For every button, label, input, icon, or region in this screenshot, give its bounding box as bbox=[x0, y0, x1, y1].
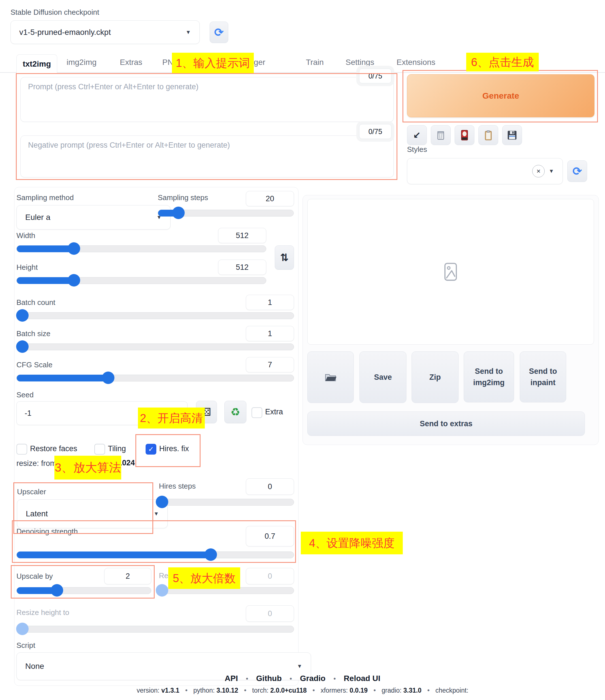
trash-icon bbox=[437, 130, 445, 140]
generate-button[interactable]: Generate bbox=[407, 74, 595, 117]
batch-count-slider[interactable] bbox=[17, 312, 294, 319]
height-slider[interactable] bbox=[17, 277, 266, 284]
send-to-img2img-button[interactable]: Send to img2img bbox=[464, 351, 514, 402]
resize-info-prefix: resize: from bbox=[17, 459, 56, 468]
zip-button[interactable]: Zip bbox=[412, 351, 458, 403]
recycle-icon: ♻ bbox=[231, 406, 240, 418]
chevron-down-icon: ▼ bbox=[154, 511, 159, 517]
style-card-button[interactable] bbox=[455, 125, 474, 145]
batch-count-label: Batch count bbox=[17, 298, 55, 307]
result-image-area bbox=[307, 199, 594, 345]
tab-label: txt2img bbox=[23, 59, 51, 69]
resize-width-input[interactable]: 0 bbox=[246, 568, 294, 584]
sampling-method-dropdown[interactable]: Euler a ▼ bbox=[17, 205, 170, 229]
sampling-steps-label: Sampling steps bbox=[158, 193, 208, 202]
reuse-seed-button[interactable]: ♻ bbox=[224, 401, 246, 423]
tabs-underline bbox=[0, 72, 605, 73]
clear-prompt-button[interactable] bbox=[431, 125, 451, 145]
negative-token-counter: 0/75 bbox=[359, 124, 391, 139]
footer-link-gradio[interactable]: Gradio bbox=[300, 674, 325, 683]
width-slider[interactable] bbox=[17, 245, 266, 252]
resize-height-input[interactable]: 0 bbox=[246, 605, 294, 622]
styles-dropdown[interactable]: × ▼ bbox=[407, 158, 563, 184]
folder-icon bbox=[324, 372, 337, 382]
footer-link-github[interactable]: Github bbox=[256, 674, 282, 683]
open-folder-button[interactable] bbox=[307, 351, 354, 403]
negative-prompt-input[interactable] bbox=[20, 135, 394, 177]
sampling-method-value: Euler a bbox=[25, 213, 50, 222]
checkpoint-dropdown[interactable]: v1-5-pruned-emaonly.ckpt ▼ bbox=[10, 20, 200, 44]
tab-extras[interactable]: Extras bbox=[120, 58, 142, 67]
seed-label: Seed bbox=[17, 391, 34, 399]
annotation-5: 5、放大倍数 bbox=[168, 567, 240, 589]
footer-links: API•Github•Gradio•Reload UI bbox=[0, 674, 605, 683]
tab-txt2img[interactable]: txt2img bbox=[17, 54, 57, 73]
tab-train[interactable]: Train bbox=[306, 58, 324, 67]
resize-height-slider[interactable] bbox=[17, 626, 294, 632]
hires-fix-checkbox[interactable]: ✓ bbox=[146, 444, 156, 455]
batch-count-input[interactable]: 1 bbox=[246, 295, 294, 310]
extra-seed-checkbox[interactable] bbox=[252, 407, 262, 418]
styles-refresh-button[interactable]: ⟳ bbox=[567, 160, 587, 182]
tab-img2img[interactable]: img2img bbox=[67, 58, 97, 67]
extra-seed-label: Extra bbox=[265, 407, 283, 416]
batch-size-slider[interactable] bbox=[17, 344, 294, 350]
width-input[interactable]: 512 bbox=[218, 228, 266, 243]
denoising-slider[interactable] bbox=[17, 551, 294, 558]
clear-styles-icon[interactable]: × bbox=[532, 165, 545, 177]
sampling-method-label: Sampling method bbox=[17, 193, 74, 202]
resize-height-label: Resize height to bbox=[17, 608, 69, 617]
chevron-down-icon: ▼ bbox=[186, 29, 191, 35]
tiling-checkbox[interactable] bbox=[94, 444, 105, 455]
restore-faces-checkbox[interactable] bbox=[17, 444, 27, 455]
image-placeholder-icon bbox=[444, 262, 457, 281]
denoising-input[interactable]: 0.7 bbox=[246, 526, 294, 546]
upscaler-dropdown[interactable]: Latent ▼ bbox=[17, 499, 168, 528]
batch-size-input[interactable]: 1 bbox=[246, 326, 294, 341]
upscale-by-slider[interactable] bbox=[17, 587, 151, 594]
save-button[interactable]: Save bbox=[360, 351, 406, 403]
apply-style-button[interactable] bbox=[478, 125, 498, 145]
hires-steps-input[interactable]: 0 bbox=[246, 478, 294, 495]
hires-steps-slider[interactable] bbox=[159, 499, 294, 506]
sampling-steps-input[interactable]: 20 bbox=[246, 191, 294, 206]
annotation-4: 4、设置降噪强度 bbox=[301, 532, 403, 554]
swap-dimensions-button[interactable]: ⇅ bbox=[275, 245, 294, 270]
width-label: Width bbox=[17, 231, 35, 240]
hires-fix-label: Hires. fix bbox=[159, 444, 189, 453]
chevron-down-icon: ▼ bbox=[549, 168, 554, 174]
refresh-icon: ⟳ bbox=[214, 26, 224, 39]
hires-steps-label: Hires steps bbox=[159, 482, 196, 491]
upscale-by-label: Upscale by bbox=[17, 572, 53, 581]
swap-icon: ⇅ bbox=[280, 252, 289, 264]
upscale-by-input[interactable]: 2 bbox=[104, 568, 151, 584]
upscaler-label: Upscaler bbox=[17, 488, 46, 496]
flower-card-icon bbox=[461, 130, 468, 141]
refresh-icon: ⟳ bbox=[573, 165, 582, 178]
send-to-inpaint-button[interactable]: Send to inpaint bbox=[520, 351, 566, 402]
annotation-3: 3、放大算法 bbox=[54, 456, 121, 479]
checkpoint-refresh-button[interactable]: ⟳ bbox=[210, 22, 228, 43]
height-input[interactable]: 512 bbox=[218, 259, 266, 275]
checkpoint-label: Stable Diffusion checkpoint bbox=[10, 8, 99, 17]
prompt-input[interactable] bbox=[20, 77, 394, 122]
styles-label: Styles bbox=[407, 145, 427, 154]
annotation-2: 2、开启高清 bbox=[138, 407, 205, 428]
footer-link-reload-ui[interactable]: Reload UI bbox=[344, 674, 380, 683]
cfg-scale-input[interactable]: 7 bbox=[246, 357, 294, 372]
footer-link-api[interactable]: API bbox=[225, 674, 238, 683]
cfg-scale-label: CFG Scale bbox=[17, 360, 52, 369]
save-style-button[interactable] bbox=[502, 125, 522, 145]
send-to-extras-button[interactable]: Send to extras bbox=[307, 411, 585, 436]
footer-version: version: v1.3.1 • python: 3.10.12 • torc… bbox=[0, 686, 605, 694]
batch-size-label: Batch size bbox=[17, 329, 50, 338]
checkpoint-value: v1-5-pruned-emaonly.ckpt bbox=[19, 28, 111, 37]
tab-extensions[interactable]: Extensions bbox=[397, 58, 435, 67]
denoising-label: Denoising strength bbox=[17, 527, 78, 536]
tab-settings[interactable]: Settings bbox=[346, 58, 374, 67]
sampling-steps-slider[interactable] bbox=[158, 210, 294, 217]
height-label: Height bbox=[17, 263, 38, 272]
chevron-down-icon: ▼ bbox=[297, 663, 302, 669]
cfg-scale-slider[interactable] bbox=[17, 375, 294, 381]
restore-prompt-button[interactable]: ↙ bbox=[407, 125, 427, 145]
